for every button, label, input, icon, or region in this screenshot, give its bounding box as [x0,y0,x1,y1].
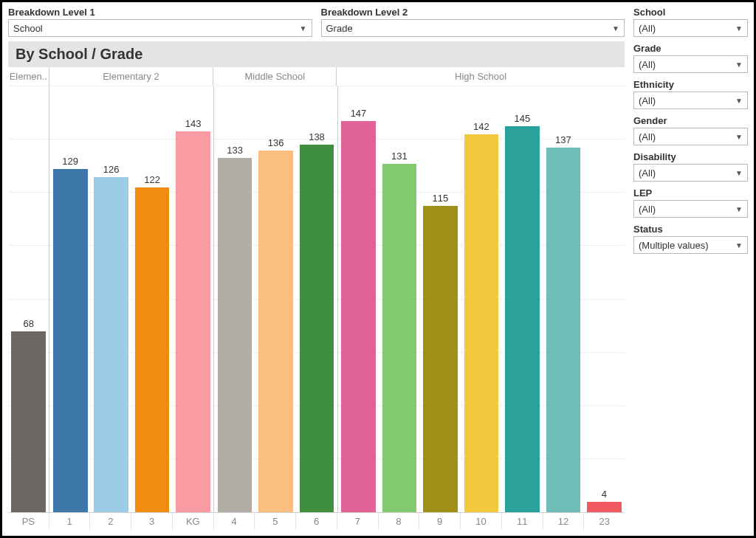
x-axis-tick: 2 [90,513,131,530]
bar-column: 145 [502,86,543,512]
filter-status-select[interactable]: (Multiple values) ▼ [633,236,748,254]
filter-value: (Multiple values) [639,240,709,251]
bar-value-label: 4 [602,489,607,500]
filter-label: LEP [633,187,748,199]
chart-pane: By School / Grade Elemen..Elementary 2Mi… [8,41,625,530]
bar-column: 68 [8,86,49,512]
group-header-cell: Middle School [213,67,337,86]
bar[interactable]: 147 [341,121,376,512]
group-header-cell: Elementary 2 [49,67,214,86]
chevron-down-icon: ▼ [735,205,743,213]
x-axis-tick: 11 [502,513,543,530]
breakdown-1-block: Breakdown Level 1 School ▼ [8,7,312,37]
breakdown-2-select[interactable]: Grade ▼ [321,19,625,37]
chevron-down-icon: ▼ [735,133,743,141]
bar-value-label: 133 [227,145,243,156]
x-axis-tick: 10 [461,513,502,530]
filter-school-top: School (All) ▼ [633,7,748,37]
bar-value-label: 145 [515,113,531,124]
filter-ethnicity-select[interactable]: (All) ▼ [633,92,748,109]
filter-gender-select[interactable]: (All) ▼ [633,128,748,145]
bar-value-label: 142 [473,121,489,132]
bar[interactable]: 145 [505,126,540,512]
bar-column: 136 [255,86,296,512]
bar-column: 129 [49,86,90,512]
chevron-down-icon: ▼ [735,97,743,105]
bar[interactable]: 138 [300,145,334,512]
bar-value-label: 147 [351,108,367,119]
bar-column: 122 [131,86,172,512]
breakdown-2-label: Breakdown Level 2 [321,7,625,18]
x-axis-tick: 5 [255,513,296,530]
filter-lep-block: LEP (All) ▼ [633,187,748,218]
bar-column: 133 [214,86,255,512]
bar-column: 147 [338,86,379,512]
chart-title: By School / Grade [8,41,625,67]
bar[interactable]: 126 [94,177,128,512]
breakdown-1-value: School [13,23,43,34]
x-axis-tick: 7 [337,513,379,530]
bar[interactable]: 122 [135,187,170,512]
bar[interactable]: 136 [258,151,293,512]
filter-disability-select[interactable]: (All) ▼ [633,164,748,182]
filter-value: (All) [639,23,656,34]
group-header-cell: High School [337,67,625,86]
bar[interactable]: 129 [53,169,88,512]
bar-column: 142 [461,86,501,512]
chevron-down-icon: ▼ [612,24,619,32]
filter-label: School [633,7,748,18]
filter-value: (All) [639,168,656,179]
x-axis-tick: 6 [296,513,337,530]
bar-column: 126 [91,86,131,512]
bar-column: 138 [296,86,337,512]
breakdown-1-label: Breakdown Level 1 [8,7,312,18]
filter-value: (All) [639,95,656,106]
bar[interactable]: 133 [218,158,252,512]
bar[interactable]: 68 [11,331,46,512]
filter-value: (All) [639,59,656,70]
group-header-cell: Elemen.. [8,67,49,86]
x-axis-tick: 1 [49,513,91,530]
main-row: By School / Grade Elemen..Elementary 2Mi… [8,41,748,530]
bar[interactable]: 143 [176,131,210,512]
bar-value-label: 129 [62,156,78,167]
bar-value-label: 126 [103,164,120,175]
x-axis-tick: 12 [543,513,585,530]
filter-label: Grade [633,43,748,54]
bar-value-label: 115 [433,193,449,204]
x-axis-tick: 4 [214,513,255,530]
bar-value-label: 143 [185,118,202,129]
chart-plot-area: 6812912612214313313613814713111514214513… [8,86,625,512]
bar-value-label: 131 [391,151,408,162]
filter-school-select[interactable]: (All) ▼ [633,19,748,37]
filters-panel: Grade (All) ▼ Ethnicity (All) ▼ Gender (… [633,41,748,530]
breakdown-2-block: Breakdown Level 2 Grade ▼ [321,7,625,37]
filter-label: Ethnicity [633,79,748,90]
x-axis-tick: KG [173,513,214,530]
bar-column: 115 [420,86,461,512]
x-axis-tick: 9 [419,513,461,530]
dashboard-frame: Breakdown Level 1 School ▼ Breakdown Lev… [0,0,756,538]
bar[interactable]: 115 [423,206,458,512]
x-axis-tick: 8 [379,513,420,530]
chevron-down-icon: ▼ [735,24,743,32]
bar[interactable]: 131 [382,164,417,512]
breakdown-1-select[interactable]: School ▼ [8,19,312,37]
filter-value: (All) [639,131,656,142]
filter-grade-select[interactable]: (All) ▼ [633,55,748,73]
bar-value-label: 68 [24,318,34,329]
bar[interactable]: 137 [546,148,581,512]
bar-value-label: 136 [268,137,284,148]
chevron-down-icon: ▼ [735,169,743,177]
bar-column: 4 [584,86,625,512]
group-header-row: Elemen..Elementary 2Middle SchoolHigh Sc… [8,67,625,86]
filter-ethnicity-block: Ethnicity (All) ▼ [633,79,748,109]
filter-disability-block: Disability (All) ▼ [633,151,748,182]
bar[interactable]: 4 [587,502,622,512]
bar-value-label: 122 [144,174,160,185]
filter-lep-select[interactable]: (All) ▼ [633,200,748,218]
bar-column: 131 [379,86,419,512]
filter-label: Gender [633,115,748,126]
x-axis-tick: 23 [584,513,625,530]
bar[interactable]: 142 [464,134,499,512]
